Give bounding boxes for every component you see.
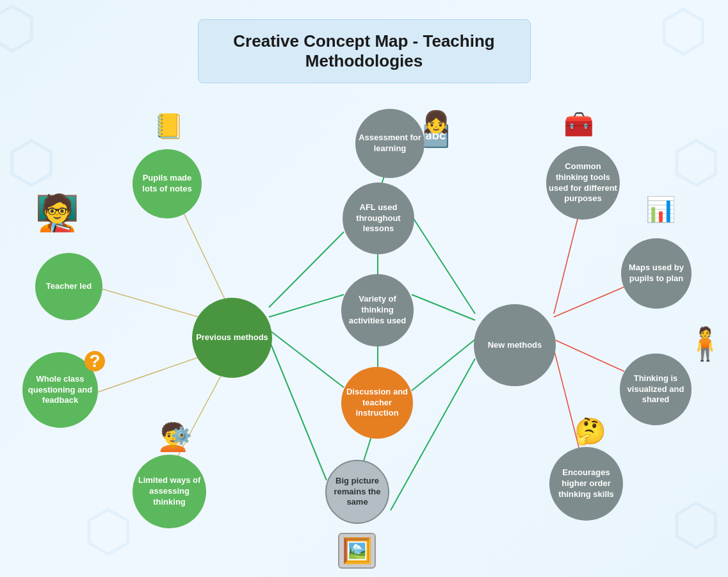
svg-line-7 [269,339,327,480]
node-discussion[interactable]: Discussion and teacher instruction [341,367,413,439]
svg-line-13 [412,295,475,320]
node-common-tools[interactable]: Common thinking tools used for different… [546,146,620,220]
hex-deco-tr [658,0,709,64]
node-assessment[interactable]: Assessment for learning [355,109,425,178]
hex-deco-mr [671,128,722,195]
notebook-icon: 📒 [154,112,184,140]
svg-line-17 [554,287,624,317]
node-encourages[interactable]: Encourages higher order thinking skills [549,447,623,521]
brain-cog-icon: ⚙️ [171,426,191,446]
svg-line-18 [554,339,624,371]
person-thinking-icon: 🧍 [685,325,725,362]
teacher-figure-icon: 🧑‍🏫 [35,195,79,231]
title-box: Creative Concept Map - Teaching Methodol… [198,19,531,83]
svg-line-12 [413,218,475,314]
image-placeholder-icon: 🖼️ [338,533,376,569]
hex-deco-ml [6,128,57,195]
thinking-person-icon: 🤔 [574,416,606,446]
node-previous-methods[interactable]: Previous methods [192,298,272,378]
chart-board-icon: 📊 [645,195,675,223]
svg-line-14 [412,339,475,391]
svg-line-5 [269,295,344,317]
hex-deco-br [671,491,722,558]
briefcase-icon: 🧰 [563,110,594,138]
node-pupils-notes[interactable]: Pupils made lots of notes [133,149,202,218]
node-maps-plan[interactable]: Maps used by pupils to plan [621,238,692,309]
question-icon: ? [85,351,105,371]
girl-figure-icon: 👧 [423,109,449,134]
svg-line-4 [269,232,344,307]
node-variety[interactable]: Variety of thinking activities used [341,274,414,346]
hex-deco-bl [83,497,134,564]
node-teacher-led[interactable]: Teacher led [35,253,102,320]
hex-deco-tl [0,0,38,61]
svg-line-6 [269,330,344,387]
node-new-methods[interactable]: New methods [474,304,556,386]
node-afl[interactable]: AFL used throughout lessons [343,183,414,254]
node-big-picture[interactable]: Big picture remains the same [325,460,389,524]
node-thinking-vis[interactable]: Thinking is visualized and shared [620,354,692,425]
page-title: Creative Concept Map - Teaching Methodol… [231,31,498,71]
node-limited-ways[interactable]: Limited ways of assessing thinking [133,455,206,528]
